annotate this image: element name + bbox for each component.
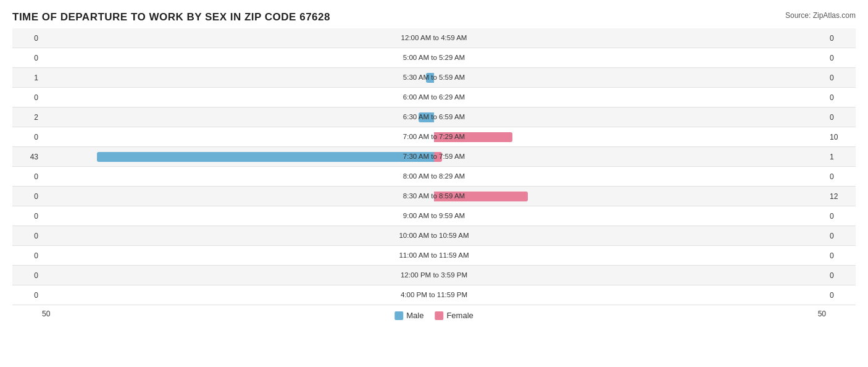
- time-label: 4:00 PM to 11:59 PM: [401, 292, 467, 299]
- table-row: 437:30 AM to 7:59 AM1: [12, 147, 856, 167]
- bar-area: 7:30 AM to 7:59 AM: [42, 147, 826, 166]
- male-value: 0: [12, 271, 42, 280]
- female-bar: [434, 192, 528, 201]
- table-row: 15:30 AM to 5:59 AM0: [12, 68, 856, 88]
- rows-container: 012:00 AM to 4:59 AM005:00 AM to 5:29 AM…: [12, 28, 856, 304]
- bar-area: 10:00 AM to 10:59 AM: [42, 226, 826, 245]
- legend-male-label: Male: [406, 311, 424, 320]
- female-value: 0: [826, 212, 856, 221]
- time-label: 6:30 AM to 6:59 AM: [403, 114, 465, 121]
- time-label: 12:00 AM to 4:59 AM: [401, 35, 467, 42]
- male-value: 2: [12, 113, 42, 122]
- female-value: 0: [826, 74, 856, 82]
- male-value: 0: [12, 133, 42, 141]
- bar-area: 5:30 AM to 5:59 AM: [42, 68, 826, 87]
- bar-area: 8:30 AM to 8:59 AM: [42, 187, 826, 206]
- legend-female: Female: [435, 311, 473, 320]
- axis-left-label: 50: [42, 310, 50, 318]
- male-value: 0: [12, 291, 42, 300]
- male-bar: [419, 112, 434, 122]
- table-row: 011:00 AM to 11:59 AM0: [12, 246, 856, 266]
- bar-area: 7:00 AM to 7:29 AM: [42, 127, 826, 146]
- female-value: 0: [826, 291, 856, 300]
- male-value: 0: [12, 172, 42, 181]
- female-value: 12: [826, 192, 856, 201]
- legend-female-box: [435, 311, 443, 320]
- time-label: 12:00 PM to 3:59 PM: [401, 272, 467, 279]
- table-row: 012:00 AM to 4:59 AM0: [12, 28, 856, 48]
- female-value: 0: [826, 113, 856, 122]
- male-bar: [426, 73, 434, 83]
- female-value: 0: [826, 34, 856, 43]
- chart-container: TIME OF DEPARTURE TO WORK BY SEX IN ZIP …: [0, 0, 868, 367]
- female-bar: [434, 152, 442, 162]
- time-label: 6:00 AM to 6:29 AM: [403, 94, 465, 101]
- source-label: Source: ZipAtlas.com: [785, 11, 856, 20]
- legend-male-box: [394, 311, 403, 320]
- table-row: 010:00 AM to 10:59 AM0: [12, 226, 856, 246]
- chart-area: 012:00 AM to 4:59 AM005:00 AM to 5:29 AM…: [12, 28, 856, 323]
- bar-area: 8:00 AM to 8:29 AM: [42, 167, 826, 186]
- table-row: 06:00 AM to 6:29 AM0: [12, 88, 856, 108]
- female-value: 10: [826, 133, 856, 141]
- axis-right-label: 50: [818, 310, 826, 318]
- legend-female-label: Female: [446, 311, 473, 320]
- female-value: 0: [826, 251, 856, 260]
- time-label: 8:00 AM to 8:29 AM: [403, 173, 465, 180]
- time-label: 9:00 AM to 9:59 AM: [403, 213, 465, 220]
- male-value: 0: [12, 192, 42, 201]
- table-row: 012:00 PM to 3:59 PM0: [12, 266, 856, 285]
- bar-area: 11:00 AM to 11:59 AM: [42, 246, 826, 265]
- bar-area: 12:00 PM to 3:59 PM: [42, 266, 826, 285]
- table-row: 09:00 AM to 9:59 AM0: [12, 206, 856, 226]
- table-row: 07:00 AM to 7:29 AM10: [12, 127, 856, 147]
- bar-area: 12:00 AM to 4:59 AM: [42, 28, 826, 48]
- male-bar: [97, 152, 434, 162]
- legend: Male Female: [394, 311, 474, 320]
- bar-area: 4:00 PM to 11:59 PM: [42, 285, 826, 305]
- time-label: 5:00 AM to 5:29 AM: [403, 54, 465, 62]
- male-value: 1: [12, 74, 42, 82]
- bar-area: 9:00 AM to 9:59 AM: [42, 206, 826, 226]
- male-value: 0: [12, 34, 42, 43]
- legend-male: Male: [394, 311, 424, 320]
- female-value: 0: [826, 93, 856, 102]
- time-label: 11:00 AM to 11:59 AM: [399, 252, 469, 259]
- time-label: 5:30 AM to 5:59 AM: [403, 74, 465, 82]
- female-value: 0: [826, 54, 856, 62]
- table-row: 05:00 AM to 5:29 AM0: [12, 48, 856, 68]
- male-value: 0: [12, 251, 42, 260]
- male-value: 0: [12, 54, 42, 62]
- female-value: 0: [826, 172, 856, 181]
- female-value: 0: [826, 271, 856, 280]
- bar-area: 6:00 AM to 6:29 AM: [42, 88, 826, 107]
- female-value: 0: [826, 232, 856, 240]
- male-value: 0: [12, 212, 42, 221]
- male-value: 0: [12, 93, 42, 102]
- table-row: 08:00 AM to 8:29 AM0: [12, 167, 856, 187]
- bar-area: 6:30 AM to 6:59 AM: [42, 108, 826, 127]
- table-row: 04:00 PM to 11:59 PM0: [12, 285, 856, 305]
- female-bar: [434, 132, 512, 142]
- table-row: 26:30 AM to 6:59 AM0: [12, 108, 856, 127]
- time-label: 10:00 AM to 10:59 AM: [399, 232, 469, 240]
- bar-area: 5:00 AM to 5:29 AM: [42, 48, 826, 67]
- chart-title: TIME OF DEPARTURE TO WORK BY SEX IN ZIP …: [12, 11, 856, 23]
- female-value: 1: [826, 153, 856, 161]
- table-row: 08:30 AM to 8:59 AM12: [12, 187, 856, 206]
- male-value: 43: [12, 153, 42, 161]
- male-value: 0: [12, 232, 42, 240]
